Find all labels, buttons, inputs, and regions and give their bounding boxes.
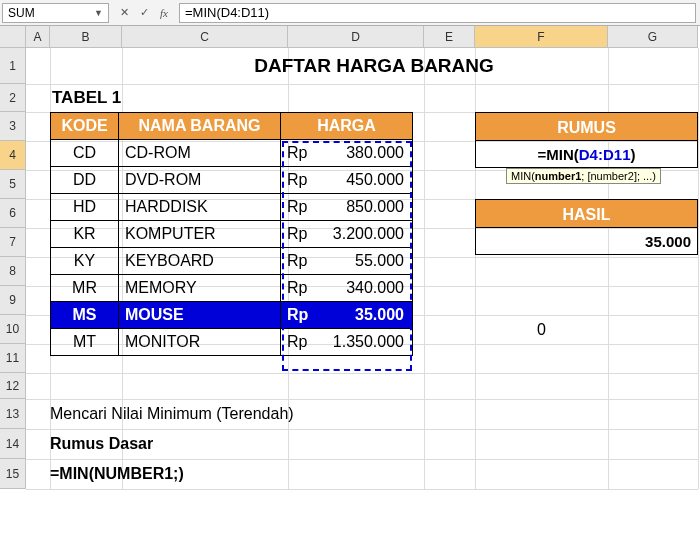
- name-box[interactable]: SUM ▼: [2, 3, 109, 23]
- enter-icon[interactable]: ✓: [137, 6, 151, 20]
- dropdown-icon[interactable]: ▼: [94, 4, 103, 22]
- col-header-E[interactable]: E: [424, 26, 475, 48]
- price-table: KODENAMA BARANGHARGACDCD-ROMRp380.000DDD…: [50, 112, 413, 356]
- col-header-A[interactable]: A: [26, 26, 50, 48]
- column-headers: ABCDEFG: [26, 26, 698, 48]
- page-title: DAFTAR HARGA BARANG: [50, 48, 698, 84]
- select-all-corner[interactable]: [0, 26, 26, 48]
- table-row[interactable]: DDDVD-ROMRp450.000: [51, 167, 413, 194]
- cell-kode[interactable]: MR: [51, 275, 119, 302]
- row-header-3[interactable]: 3: [0, 112, 26, 141]
- name-box-value: SUM: [8, 4, 35, 22]
- cancel-icon[interactable]: ✕: [117, 6, 131, 20]
- cell-harga[interactable]: Rp380.000: [281, 140, 413, 167]
- col-header-B[interactable]: B: [50, 26, 122, 48]
- note-text: Mencari Nilai Minimum (Terendah): [50, 399, 608, 429]
- row-header-10[interactable]: 10: [0, 315, 26, 344]
- row-header-15[interactable]: 15: [0, 459, 26, 489]
- worksheet[interactable]: DAFTAR HARGA BARANGTABEL 1KODENAMA BARAN…: [26, 48, 700, 545]
- formula-bar: SUM ▼ ✕ ✓ fx =MIN(D4:D11): [0, 0, 700, 26]
- cell-nama[interactable]: MOUSE: [119, 302, 281, 329]
- note-heading: Rumus Dasar: [50, 429, 608, 459]
- table-row[interactable]: KYKEYBOARDRp55.000: [51, 248, 413, 275]
- cell-harga[interactable]: Rp850.000: [281, 194, 413, 221]
- row-header-13[interactable]: 13: [0, 399, 26, 429]
- row-header-9[interactable]: 9: [0, 286, 26, 315]
- cell-harga[interactable]: Rp35.000: [281, 302, 413, 329]
- cell-harga[interactable]: Rp3.200.000: [281, 221, 413, 248]
- cell-nama[interactable]: HARDDISK: [119, 194, 281, 221]
- cell-nama[interactable]: DVD-ROM: [119, 167, 281, 194]
- hasil-value[interactable]: 35.000: [475, 228, 698, 255]
- table-header: HARGA: [281, 113, 413, 140]
- row-header-5[interactable]: 5: [0, 170, 26, 199]
- table-label: TABEL 1: [50, 84, 122, 112]
- cell-kode[interactable]: MT: [51, 329, 119, 356]
- cell-nama[interactable]: KOMPUTER: [119, 221, 281, 248]
- row-header-1[interactable]: 1: [0, 48, 26, 84]
- table-header: KODE: [51, 113, 119, 140]
- cell-value[interactable]: 0: [475, 315, 608, 344]
- row-header-4[interactable]: 4: [0, 141, 26, 170]
- col-header-G[interactable]: G: [608, 26, 698, 48]
- formula-bar-buttons: ✕ ✓ fx: [109, 6, 179, 20]
- grid-headers: ABCDEFG: [0, 26, 700, 48]
- function-tooltip: MIN(number1; [number2]; ...): [506, 168, 661, 184]
- cell-nama[interactable]: MONITOR: [119, 329, 281, 356]
- cell-kode[interactable]: KY: [51, 248, 119, 275]
- row-header-8[interactable]: 8: [0, 257, 26, 286]
- cell-nama[interactable]: MEMORY: [119, 275, 281, 302]
- hasil-header: HASIL: [475, 199, 698, 228]
- row-header-6[interactable]: 6: [0, 199, 26, 228]
- row-header-11[interactable]: 11: [0, 344, 26, 373]
- row-header-14[interactable]: 14: [0, 429, 26, 459]
- table-row[interactable]: HDHARDDISKRp850.000: [51, 194, 413, 221]
- cell-harga[interactable]: Rp1.350.000: [281, 329, 413, 356]
- formula-input[interactable]: =MIN(D4:D11): [179, 3, 696, 23]
- row-header-7[interactable]: 7: [0, 228, 26, 257]
- table-row[interactable]: CDCD-ROMRp380.000: [51, 140, 413, 167]
- cell-kode[interactable]: HD: [51, 194, 119, 221]
- cell-kode[interactable]: DD: [51, 167, 119, 194]
- note-formula: =MIN(NUMBER1;): [50, 459, 608, 489]
- col-header-D[interactable]: D: [288, 26, 424, 48]
- cell-kode[interactable]: CD: [51, 140, 119, 167]
- cell-harga[interactable]: Rp55.000: [281, 248, 413, 275]
- row-header-2[interactable]: 2: [0, 84, 26, 112]
- table-row[interactable]: MSMOUSERp35.000: [51, 302, 413, 329]
- table-row[interactable]: MTMONITORRp1.350.000: [51, 329, 413, 356]
- cell-nama[interactable]: CD-ROM: [119, 140, 281, 167]
- cell-harga[interactable]: Rp450.000: [281, 167, 413, 194]
- row-header-12[interactable]: 12: [0, 373, 26, 399]
- cell-kode[interactable]: KR: [51, 221, 119, 248]
- fx-icon[interactable]: fx: [157, 6, 171, 20]
- row-headers: 123456789101112131415: [0, 48, 26, 489]
- table-row[interactable]: MRMEMORYRp340.000: [51, 275, 413, 302]
- table-row[interactable]: KRKOMPUTERRp3.200.000: [51, 221, 413, 248]
- cell-harga[interactable]: Rp340.000: [281, 275, 413, 302]
- table-header: NAMA BARANG: [119, 113, 281, 140]
- cell-nama[interactable]: KEYBOARD: [119, 248, 281, 275]
- col-header-F[interactable]: F: [475, 26, 608, 48]
- col-header-C[interactable]: C: [122, 26, 288, 48]
- active-cell[interactable]: =MIN(D4:D11)MIN(number1; [number2]; ...): [475, 141, 698, 168]
- cell-kode[interactable]: MS: [51, 302, 119, 329]
- rumus-header: RUMUS: [475, 112, 698, 141]
